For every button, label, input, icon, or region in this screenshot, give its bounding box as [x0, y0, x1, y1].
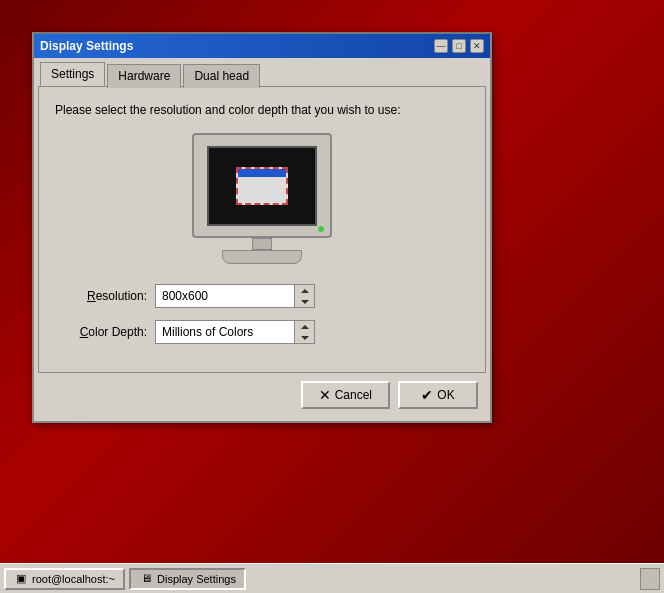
terminal-label: root@localhost:~ — [32, 573, 115, 585]
minimize-button[interactable]: — — [434, 39, 448, 53]
tab-content-settings: Please select the resolution and color d… — [38, 86, 486, 373]
monitor-inner-window — [236, 167, 288, 205]
monitor-inner-titlebar — [238, 169, 286, 177]
cancel-icon: ✕ — [319, 387, 331, 403]
display-settings-window: Display Settings — □ ✕ Settings Hardware… — [32, 32, 492, 423]
monitor-body — [192, 133, 332, 238]
terminal-icon: ▣ — [14, 572, 28, 586]
window-title: Display Settings — [40, 39, 133, 53]
button-row: ✕ Cancel ✔ OK — [38, 373, 486, 417]
resolution-arrow[interactable] — [294, 285, 314, 307]
monitor-illustration — [55, 133, 469, 264]
terminal-taskbar-button[interactable]: ▣ root@localhost:~ — [4, 568, 125, 590]
taskbar-right — [640, 568, 660, 590]
titlebar-buttons: — □ ✕ — [432, 39, 484, 53]
taskbar-corner — [640, 568, 660, 590]
resolution-value: 800x600 — [156, 285, 294, 307]
color-depth-label: Color Depth: — [55, 325, 155, 339]
cancel-label: Cancel — [335, 388, 372, 402]
monitor — [192, 133, 332, 264]
taskbar: ▣ root@localhost:~ 🖥 Display Settings — [0, 563, 664, 593]
color-depth-row: Color Depth: Millions of Colors — [55, 320, 469, 344]
maximize-button[interactable]: □ — [452, 39, 466, 53]
monitor-screen — [207, 146, 317, 226]
tab-settings[interactable]: Settings — [40, 62, 105, 86]
color-depth-select[interactable]: Millions of Colors — [155, 320, 315, 344]
monitor-power-indicator — [318, 226, 324, 232]
desktop: Display Settings — □ ✕ Settings Hardware… — [0, 0, 664, 563]
close-button[interactable]: ✕ — [470, 39, 484, 53]
resolution-label: Resolution: — [55, 289, 155, 303]
display-settings-label: Display Settings — [157, 573, 236, 585]
resolution-select[interactable]: 800x600 — [155, 284, 315, 308]
window-titlebar: Display Settings — □ ✕ — [34, 34, 490, 58]
arrow-down-icon — [301, 300, 309, 304]
ok-icon: ✔ — [421, 387, 433, 403]
ok-label: OK — [437, 388, 454, 402]
resolution-row: Resolution: 800x600 — [55, 284, 469, 308]
color-arrow-down-icon — [301, 336, 309, 340]
cancel-button[interactable]: ✕ Cancel — [301, 381, 390, 409]
display-settings-icon: 🖥 — [139, 572, 153, 586]
arrow-up-icon — [301, 289, 309, 293]
color-depth-value: Millions of Colors — [156, 321, 294, 343]
monitor-base — [222, 250, 302, 264]
tab-hardware[interactable]: Hardware — [107, 64, 181, 88]
monitor-neck — [252, 238, 272, 250]
tab-dual-head[interactable]: Dual head — [183, 64, 260, 88]
tab-bar: Settings Hardware Dual head — [34, 58, 490, 86]
color-depth-arrow[interactable] — [294, 321, 314, 343]
description-text: Please select the resolution and color d… — [55, 103, 469, 117]
ok-button[interactable]: ✔ OK — [398, 381, 478, 409]
display-settings-taskbar-button[interactable]: 🖥 Display Settings — [129, 568, 246, 590]
color-arrow-up-icon — [301, 325, 309, 329]
